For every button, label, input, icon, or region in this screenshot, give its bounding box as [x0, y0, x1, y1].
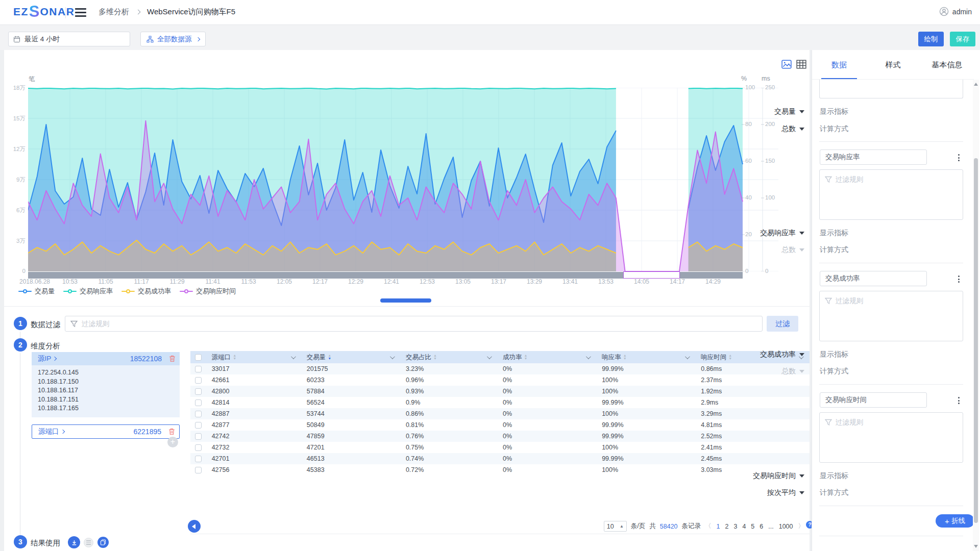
chart-view-icon[interactable] [781, 60, 792, 69]
row-checkbox[interactable] [195, 388, 202, 395]
scroll-up-icon[interactable] [974, 83, 978, 86]
page-2[interactable]: 2 [724, 523, 730, 530]
dimension-value[interactable]: 10.188.17.151 [38, 395, 174, 405]
metric-value-交易成功率-metric[interactable]: 交易成功率 [760, 350, 804, 359]
table-row[interactable]: 42800578840.93%0%100%1.92ms [190, 386, 810, 397]
page-5[interactable]: 5 [750, 523, 755, 530]
sort-icons[interactable]: ▲▼ [233, 354, 236, 360]
page-1[interactable]: 1 [716, 523, 721, 530]
row-checkbox[interactable] [195, 411, 202, 417]
row-checkbox[interactable] [195, 444, 202, 451]
column-header-交易量[interactable]: 交易量▲▼ [302, 353, 401, 362]
dimension-header[interactable]: 源IP18522108 [32, 352, 180, 365]
sort-desc-icon[interactable]: ▼ [728, 357, 732, 360]
column-header-响应率[interactable]: 响应率▲▼ [597, 353, 696, 362]
page-6[interactable]: 6 [758, 523, 764, 530]
table-row[interactable]: 42732472010.75%0%100%2.41ms [190, 442, 810, 453]
series-filter-box-交易响应率[interactable]: 过滤规则 [819, 169, 963, 220]
metric-value-交易成功率-calc[interactable]: 总数 [781, 367, 804, 376]
prev-page-icon[interactable]: 〈 [705, 522, 712, 531]
series-filter-box-交易响应时间[interactable]: 过滤规则 [819, 412, 963, 463]
next-page-icon[interactable]: 〉 [798, 522, 805, 531]
table-row[interactable]: 42661602330.96%0%100%2.37ms [190, 374, 810, 386]
user-menu[interactable]: admin [939, 7, 972, 16]
sort-icons[interactable]: ▲▼ [524, 354, 528, 360]
breadcrumb-parent[interactable]: 多维分析 [99, 7, 129, 17]
table-row[interactable]: 42742478590.76%0%99.99%2.52ms [190, 431, 810, 442]
tab-style[interactable]: 样式 [866, 50, 920, 79]
series-name-input-交易响应率[interactable]: 交易响应率 [820, 149, 927, 165]
row-checkbox[interactable] [195, 433, 202, 440]
save-button[interactable]: 保存 [950, 32, 975, 46]
tab-data[interactable]: 数据 [812, 50, 866, 79]
scroll-down-icon[interactable] [974, 545, 978, 548]
sort-icons[interactable]: ▲▼ [328, 354, 331, 360]
filter-chevron-icon[interactable] [685, 354, 690, 359]
sort-icons[interactable]: ▲▼ [728, 354, 732, 360]
table-row[interactable]: 42701465130.74%0%99.99%2.45ms [190, 453, 810, 464]
filter-apply-button[interactable]: 过滤 [767, 316, 798, 332]
legend-item-交易响应率[interactable]: 交易响应率 [63, 287, 113, 296]
dimension-value[interactable]: 172.254.0.145 [38, 368, 174, 378]
select-all-checkbox[interactable] [195, 354, 202, 361]
row-checkbox[interactable] [195, 377, 202, 384]
trash-icon[interactable] [169, 355, 176, 362]
kebab-menu-icon[interactable] [957, 153, 961, 163]
page-3[interactable]: 3 [732, 523, 738, 530]
series-filter-box-交易成功率[interactable]: 过滤规则 [819, 291, 963, 341]
sort-icons[interactable]: ▲▼ [623, 354, 627, 360]
metric-value-交易响应时间-metric[interactable]: 交易响应时间 [753, 471, 804, 481]
dimension-value[interactable]: 10.188.17.150 [38, 378, 174, 387]
table-row[interactable]: 42877508490.81%0%99.99%4.81ms [190, 419, 810, 431]
metric-value-交易响应率-metric[interactable]: 交易响应率 [760, 229, 804, 238]
row-checkbox[interactable] [195, 456, 202, 462]
series-name-input-交易响应时间[interactable]: 交易响应时间 [820, 392, 927, 408]
kebab-menu-icon[interactable] [957, 274, 961, 284]
table-row[interactable]: 330172015753.23%0%99.99%0.86ms [190, 363, 810, 374]
timeseries-chart[interactable] [28, 88, 778, 271]
sort-desc-icon[interactable]: ▼ [524, 357, 528, 360]
datasource-selector[interactable]: 全部数据源 [140, 32, 206, 46]
row-checkbox[interactable] [195, 399, 202, 406]
horizontal-scrollbar[interactable] [380, 298, 431, 303]
legend-item-交易响应时间[interactable]: 交易响应时间 [180, 287, 236, 296]
add-dimension-button[interactable]: + [167, 437, 178, 447]
dimension-value[interactable]: 10.188.16.117 [38, 386, 174, 395]
table-row[interactable]: 42814565240.9%0%99.99%2.9ms [190, 397, 810, 408]
metric-value-top-metric[interactable]: 交易量 [774, 107, 804, 116]
sort-desc-icon[interactable]: ▼ [433, 357, 437, 360]
legend-item-交易成功率[interactable]: 交易成功率 [121, 287, 171, 296]
filter-chevron-icon[interactable] [291, 354, 296, 359]
column-header-交易占比[interactable]: 交易占比▲▼ [401, 353, 498, 362]
metric-value-top-calc[interactable]: 总数 [781, 124, 804, 134]
time-range-picker[interactable]: 最近 4 小时 [8, 32, 130, 46]
data-filter-input[interactable]: 过滤规则 [65, 316, 763, 332]
panel-scrollbar[interactable] [973, 80, 979, 551]
row-checkbox[interactable] [195, 422, 202, 429]
table-row[interactable]: 42887537440.86%0%100%3.29ms [190, 408, 810, 419]
dimension-header[interactable]: 源端口6221895 [32, 425, 179, 438]
column-header-成功率[interactable]: 成功率▲▼ [498, 353, 597, 362]
legend-item-交易量[interactable]: 交易量 [18, 287, 55, 296]
scrollbar-thumb[interactable] [974, 158, 978, 523]
row-checkbox[interactable] [195, 366, 202, 372]
table-row[interactable]: 42756453830.72%0%100%3.03ms [190, 464, 810, 475]
trash-icon[interactable] [168, 428, 175, 435]
dimension-value[interactable]: 10.188.17.165 [38, 404, 174, 413]
filter-chevron-icon[interactable] [390, 354, 395, 359]
filter-rule-box-partial[interactable] [819, 77, 963, 98]
tab-basic-info[interactable]: 基本信息 [920, 50, 974, 79]
row-checkbox[interactable] [195, 467, 202, 473]
menu-icon[interactable] [75, 8, 86, 17]
copy-result-button[interactable] [97, 537, 109, 548]
collapse-left-button[interactable] [188, 520, 201, 533]
page-4[interactable]: 4 [741, 523, 747, 530]
kebab-menu-icon[interactable] [957, 395, 961, 406]
sort-desc-icon[interactable]: ▼ [623, 357, 627, 360]
metric-value-交易响应时间-calc[interactable]: 按次平均 [767, 488, 804, 497]
sort-desc-icon[interactable]: ▼ [328, 357, 331, 360]
series-name-input-交易成功率[interactable]: 交易成功率 [820, 271, 927, 286]
sort-icons[interactable]: ▲▼ [433, 354, 437, 360]
filter-chevron-icon[interactable] [487, 354, 492, 359]
draw-button[interactable]: 绘制 [918, 32, 944, 46]
